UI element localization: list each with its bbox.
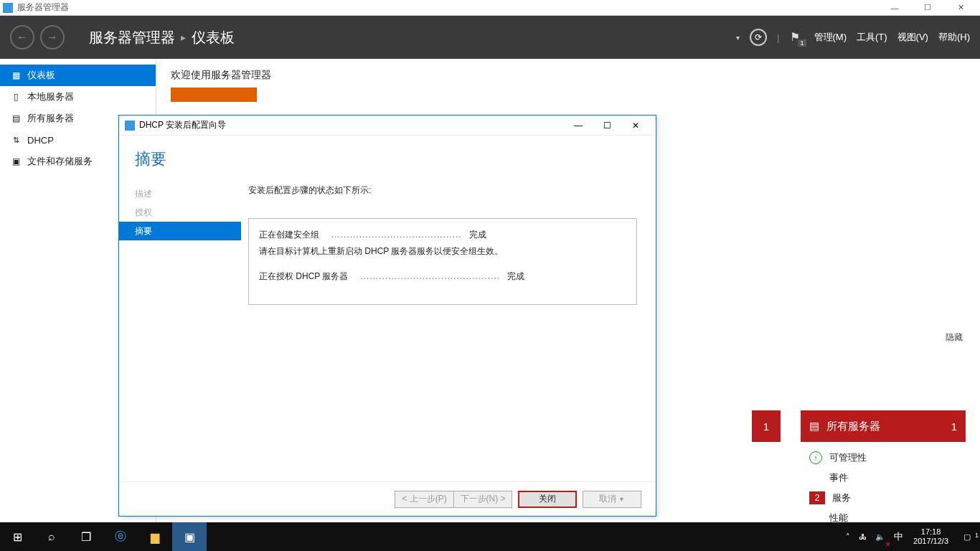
notification-icon: ▢ (963, 532, 971, 542)
tray-time: 17:18 (921, 527, 941, 537)
sidebar-item-label: 仪表板 (27, 69, 55, 82)
wizard-steps: 描述 授权 摘要 (119, 177, 241, 481)
header-bar: ← → 服务器管理器 ▸ 仪表板 ▾ ⟳ | ⚑ 1 管理(M) 工具(T) 视… (0, 16, 980, 59)
tile-row-events[interactable]: 事件 (809, 468, 957, 488)
wizard-content: 安装后配置步骤的状态如下所示: 正在创建安全组 ................… (241, 177, 656, 481)
wizard-titlebar: DHCP 安装后配置向导 — ☐ ✕ (119, 116, 656, 136)
tray-clock[interactable]: 17:18 2017/12/3 (908, 527, 954, 546)
server-manager-icon (3, 3, 13, 13)
result2-status: 完成 (507, 271, 524, 281)
nav-back-button[interactable]: ← (10, 25, 34, 50)
all-servers-icon: ▤ (809, 420, 819, 433)
result1-note: 请在目标计算机上重新启动 DHCP 服务器服务以便安全组生效。 (259, 245, 626, 258)
cancel-label: 取消 (599, 493, 616, 505)
tile-row-services[interactable]: 2 服务 (809, 488, 957, 508)
hide-link[interactable]: 隐藏 (946, 331, 963, 344)
tray-volume-icon[interactable]: 🔈✕ (871, 522, 890, 551)
result-line-1: 正在创建安全组 ................................… (259, 229, 626, 241)
tray-date: 2017/12/3 (913, 537, 948, 546)
wizard-maximize-button[interactable]: ☐ (593, 121, 621, 131)
server-manager-icon (125, 121, 135, 131)
close-wizard-button[interactable]: 关闭 (518, 491, 577, 508)
breadcrumb-current[interactable]: 仪表板 (192, 28, 235, 47)
menu-manage[interactable]: 管理(M) (814, 31, 847, 44)
window-controls: — ☐ ✕ (878, 0, 977, 16)
file-explorer-button[interactable]: ▆ (138, 522, 172, 551)
notif-count: 1 (975, 532, 979, 539)
window-title: 服务器管理器 (17, 1, 878, 14)
prev-button[interactable]: < 上一步(P) (395, 491, 453, 508)
result-line-2: 正在授权 DHCP 服务器 ..........................… (259, 270, 626, 283)
sidebar-item-local-server[interactable]: 本地服务器 (0, 86, 156, 108)
welcome-title: 欢迎使用服务器管理器 (171, 69, 966, 82)
nav-arrows: ← → (0, 25, 75, 50)
status-red-badge: 2 (809, 491, 825, 504)
cancel-button[interactable]: 取消 ▼ (583, 491, 641, 508)
tile-count: 1 (752, 410, 781, 442)
notifications-flag[interactable]: ⚑ 1 (790, 30, 804, 44)
chevron-down-icon: ▼ (618, 496, 625, 503)
tray-up-icon[interactable]: ˄ (842, 522, 854, 551)
result1-label: 正在创建安全组 (259, 230, 319, 240)
wizard-close-button[interactable]: ✕ (621, 121, 650, 131)
dots-icon: ........................................… (331, 230, 462, 240)
step-authorize[interactable]: 授权 (119, 203, 241, 222)
close-button[interactable]: ✕ (944, 0, 977, 16)
dots-icon: ........................................… (360, 271, 500, 281)
all-servers-icon (10, 113, 22, 123)
breadcrumb: 服务器管理器 ▸ 仪表板 (89, 28, 235, 47)
step-summary[interactable]: 摘要 (119, 222, 241, 240)
refresh-button[interactable]: ⟳ (750, 29, 767, 46)
wizard-heading: 摘要 (135, 149, 640, 170)
row-label: 可管理性 (829, 451, 867, 464)
next-button[interactable]: 下一步(N) > (453, 491, 512, 508)
sidebar-item-label: 本地服务器 (27, 90, 74, 103)
results-box: 正在创建安全组 ................................… (248, 218, 637, 305)
result1-status: 完成 (469, 230, 486, 240)
menu-help[interactable]: 帮助(H) (938, 31, 970, 44)
wizard-minimize-button[interactable]: — (564, 121, 593, 131)
tile-row-manageability[interactable]: ↑ 可管理性 (809, 448, 957, 468)
result2-label: 正在授权 DHCP 服务器 (259, 271, 348, 281)
tray-ime[interactable]: 中 (890, 522, 908, 551)
server-icon (10, 92, 22, 102)
wizard-title: DHCP 安装后配置向导 (139, 119, 564, 131)
dashboard-icon (10, 70, 22, 80)
start-button[interactable]: ⊞ (0, 522, 34, 551)
nav-button-group: < 上一步(P) 下一步(N) > (395, 491, 512, 508)
menu-view[interactable]: 视图(V) (897, 31, 928, 44)
tile-count: 1 (951, 420, 957, 433)
minimize-button[interactable]: — (878, 0, 911, 16)
wizard-lead: 安装后配置步骤的状态如下所示: (248, 184, 637, 197)
row-label: 事件 (829, 471, 848, 484)
step-describe[interactable]: 描述 (119, 184, 241, 203)
sidebar-item-dashboard[interactable]: 仪表板 (0, 65, 156, 86)
dropdown-icon[interactable]: ▾ (736, 34, 740, 42)
maximize-button[interactable]: ☐ (911, 0, 944, 16)
search-button[interactable]: ⌕ (34, 522, 69, 551)
chevron-right-icon: ▸ (181, 32, 186, 43)
sidebar-item-label: DHCP (27, 135, 54, 146)
quick-start-bar[interactable] (171, 88, 257, 102)
header-right: ▾ ⟳ | ⚑ 1 管理(M) 工具(T) 视图(V) 帮助(H) (736, 29, 980, 46)
tile-title: 所有服务器 (826, 420, 880, 433)
wizard-head: 摘要 (119, 136, 656, 177)
sidebar-item-label: 文件和存储服务 (27, 155, 93, 168)
wizard-footer: < 上一步(P) 下一步(N) > 关闭 取消 ▼ (119, 481, 656, 516)
taskbar: ⊞ ⌕ ❐ ⓔ ▆ ▣ ˄ 🖧 🔈✕ 中 17:18 2017/12/3 ▢ 1 (0, 522, 980, 551)
row-label: 服务 (832, 491, 851, 504)
menu-tools[interactable]: 工具(T) (857, 31, 887, 44)
system-tray: ˄ 🖧 🔈✕ 中 17:18 2017/12/3 ▢ 1 (842, 522, 980, 551)
action-center-button[interactable]: ▢ 1 (954, 532, 980, 542)
tray-network-icon[interactable]: 🖧 (854, 522, 871, 551)
dhcp-wizard-dialog: DHCP 安装后配置向导 — ☐ ✕ 摘要 描述 授权 摘要 安装后配置步骤的状… (118, 115, 656, 517)
server-manager-task-button[interactable]: ▣ (172, 522, 207, 551)
flag-badge: 1 (798, 39, 806, 47)
status-up-icon: ↑ (809, 451, 822, 464)
breadcrumb-root[interactable]: 服务器管理器 (89, 28, 175, 47)
nav-forward-button[interactable]: → (40, 25, 65, 50)
ie-button[interactable]: ⓔ (103, 522, 138, 551)
window-titlebar: 服务器管理器 — ☐ ✕ (0, 0, 980, 16)
task-view-button[interactable]: ❐ (69, 522, 103, 551)
wizard-body: 描述 授权 摘要 安装后配置步骤的状态如下所示: 正在创建安全组 .......… (119, 177, 656, 481)
